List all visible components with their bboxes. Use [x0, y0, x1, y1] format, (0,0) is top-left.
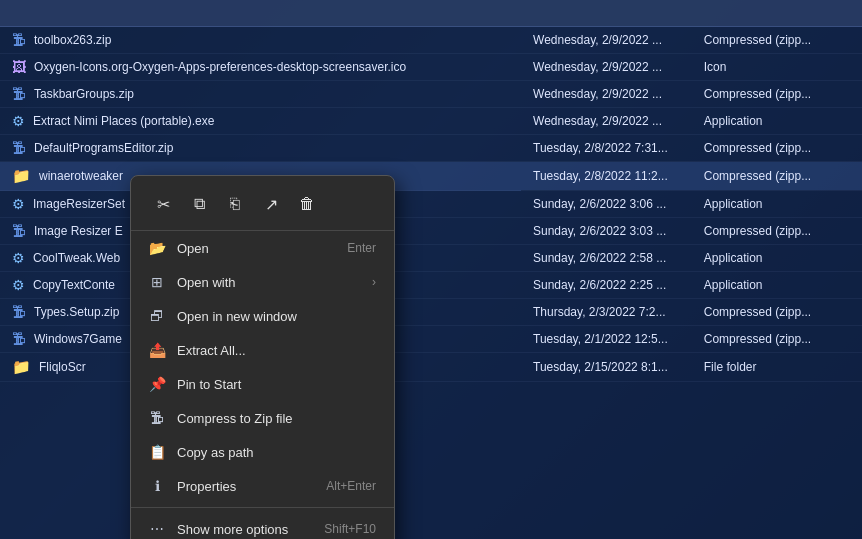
- context-item-copy-as-path[interactable]: 📋Copy as path: [133, 435, 392, 469]
- file-date-cell: Sunday, 2/6/2022 2:25 ...: [521, 272, 692, 299]
- file-date-cell: Wednesday, 2/9/2022 ...: [521, 54, 692, 81]
- file-name-cell: 🖼Oxygen-Icons.org-Oxygen-Apps-preference…: [0, 54, 521, 80]
- file-date-cell: Tuesday, 2/15/2022 8:1...: [521, 353, 692, 382]
- file-type-icon: 📁: [12, 358, 31, 376]
- col-header-date[interactable]: [521, 0, 692, 27]
- context-item-open-new-window-label: Open in new window: [177, 309, 376, 324]
- context-item-copy-as-path-label: Copy as path: [177, 445, 376, 460]
- file-type-icon: 🗜: [12, 331, 26, 347]
- file-type-cell: Compressed (zipp...: [692, 135, 862, 162]
- file-name-text: toolbox263.zip: [34, 33, 111, 47]
- file-name-text: Oxygen-Icons.org-Oxygen-Apps-preferences…: [34, 60, 406, 74]
- context-item-properties-label: Properties: [177, 479, 314, 494]
- context-item-open-with[interactable]: ⊞Open with›: [133, 265, 392, 299]
- context-item-show-more-label: Show more options: [177, 522, 312, 537]
- file-type-cell: Compressed (zipp...: [692, 162, 862, 191]
- context-menu: ✂⧉⎗↗🗑 📂OpenEnter⊞Open with›🗗Open in new …: [130, 175, 395, 539]
- file-type-icon: ⚙: [12, 196, 25, 212]
- context-item-extract-all[interactable]: 📤Extract All...: [133, 333, 392, 367]
- file-date-cell: Wednesday, 2/9/2022 ...: [521, 108, 692, 135]
- file-date-cell: Tuesday, 2/8/2022 7:31...: [521, 135, 692, 162]
- context-item-open-shortcut: Enter: [347, 241, 376, 255]
- context-item-show-more-shortcut: Shift+F10: [324, 522, 376, 536]
- file-name-text: FliqloScr: [39, 360, 86, 374]
- context-toolbar-delete-button[interactable]: 🗑: [291, 188, 323, 220]
- col-header-type[interactable]: [692, 0, 862, 27]
- file-name-text: TaskbarGroups.zip: [34, 87, 134, 101]
- context-toolbar-copy-button[interactable]: ⧉: [183, 188, 215, 220]
- file-type-icon: ⚙: [12, 113, 25, 129]
- file-name-cell: 🗜toolbox263.zip: [0, 27, 521, 53]
- file-type-icon: 🗜: [12, 86, 26, 102]
- context-item-extract-all-label: Extract All...: [177, 343, 376, 358]
- context-item-open-with-submenu-arrow: ›: [372, 275, 376, 289]
- file-type-cell: Application: [692, 272, 862, 299]
- context-item-properties-shortcut: Alt+Enter: [326, 479, 376, 493]
- context-item-compress-zip[interactable]: 🗜Compress to Zip file: [133, 401, 392, 435]
- file-name-text: Extract Nimi Places (portable).exe: [33, 114, 214, 128]
- file-date-cell: Thursday, 2/3/2022 7:2...: [521, 299, 692, 326]
- file-name-text: CoolTweak.Web: [33, 251, 120, 265]
- file-date-cell: Tuesday, 2/1/2022 12:5...: [521, 326, 692, 353]
- file-date-cell: Wednesday, 2/9/2022 ...: [521, 81, 692, 108]
- context-item-open-new-window[interactable]: 🗗Open in new window: [133, 299, 392, 333]
- context-item-properties[interactable]: ℹPropertiesAlt+Enter: [133, 469, 392, 503]
- file-date-cell: Sunday, 2/6/2022 3:06 ...: [521, 191, 692, 218]
- context-item-copy-as-path-icon: 📋: [149, 444, 165, 460]
- file-type-cell: File folder: [692, 353, 862, 382]
- file-type-icon: ⚙: [12, 277, 25, 293]
- file-name-text: Windows7Game: [34, 332, 122, 346]
- context-item-open-with-icon: ⊞: [149, 274, 165, 290]
- context-item-pin-to-start-label: Pin to Start: [177, 377, 376, 392]
- context-divider: [131, 507, 394, 508]
- context-toolbar-paste-button[interactable]: ⎗: [219, 188, 251, 220]
- file-type-icon: 🗜: [12, 223, 26, 239]
- file-name-cell: 🗜DefaultProgramsEditor.zip: [0, 135, 521, 161]
- file-type-icon: 🗜: [12, 140, 26, 156]
- file-type-cell: Compressed (zipp...: [692, 81, 862, 108]
- file-name-text: winaerotweaker: [39, 169, 123, 183]
- table-row[interactable]: 🗜toolbox263.zipWednesday, 2/9/2022 ...Co…: [0, 27, 862, 54]
- context-item-open-label: Open: [177, 241, 335, 256]
- table-row[interactable]: 🖼Oxygen-Icons.org-Oxygen-Apps-preference…: [0, 54, 862, 81]
- file-name-text: ImageResizerSet: [33, 197, 125, 211]
- context-toolbar-cut-button[interactable]: ✂: [147, 188, 179, 220]
- context-item-open[interactable]: 📂OpenEnter: [133, 231, 392, 265]
- file-name-text: CopyTextConte: [33, 278, 115, 292]
- file-type-cell: Application: [692, 191, 862, 218]
- context-toolbar-share-button[interactable]: ↗: [255, 188, 287, 220]
- context-item-show-more[interactable]: ⋯Show more optionsShift+F10: [133, 512, 392, 539]
- table-row[interactable]: 🗜DefaultProgramsEditor.zipTuesday, 2/8/2…: [0, 135, 862, 162]
- file-type-cell: Application: [692, 245, 862, 272]
- context-item-pin-to-start-icon: 📌: [149, 376, 165, 392]
- file-name-cell: ⚙Extract Nimi Places (portable).exe: [0, 108, 521, 134]
- file-type-icon: 🗜: [12, 32, 26, 48]
- file-type-cell: Compressed (zipp...: [692, 326, 862, 353]
- context-item-open-new-window-icon: 🗗: [149, 308, 165, 324]
- file-name-text: DefaultProgramsEditor.zip: [34, 141, 173, 155]
- file-date-cell: Sunday, 2/6/2022 3:03 ...: [521, 218, 692, 245]
- table-row[interactable]: ⚙Extract Nimi Places (portable).exeWedne…: [0, 108, 862, 135]
- file-type-icon: ⚙: [12, 250, 25, 266]
- context-item-pin-to-start[interactable]: 📌Pin to Start: [133, 367, 392, 401]
- context-item-extract-all-icon: 📤: [149, 342, 165, 358]
- context-item-compress-zip-label: Compress to Zip file: [177, 411, 376, 426]
- file-type-icon: 📁: [12, 167, 31, 185]
- context-item-open-icon: 📂: [149, 240, 165, 256]
- file-type-cell: Icon: [692, 54, 862, 81]
- context-items: 📂OpenEnter⊞Open with›🗗Open in new window…: [131, 231, 394, 539]
- file-name-text: Image Resizer E: [34, 224, 123, 238]
- table-row[interactable]: 🗜TaskbarGroups.zipWednesday, 2/9/2022 ..…: [0, 81, 862, 108]
- file-name-cell: 🗜TaskbarGroups.zip: [0, 81, 521, 107]
- context-item-show-more-icon: ⋯: [149, 521, 165, 537]
- file-name-text: Types.Setup.zip: [34, 305, 119, 319]
- context-item-properties-icon: ℹ: [149, 478, 165, 494]
- file-type-icon: 🖼: [12, 59, 26, 75]
- context-toolbar: ✂⧉⎗↗🗑: [131, 180, 394, 231]
- col-header-name[interactable]: [0, 0, 521, 27]
- file-type-cell: Application: [692, 108, 862, 135]
- file-date-cell: Sunday, 2/6/2022 2:58 ...: [521, 245, 692, 272]
- file-type-cell: Compressed (zipp...: [692, 27, 862, 54]
- context-item-open-with-label: Open with: [177, 275, 360, 290]
- context-item-compress-zip-icon: 🗜: [149, 410, 165, 426]
